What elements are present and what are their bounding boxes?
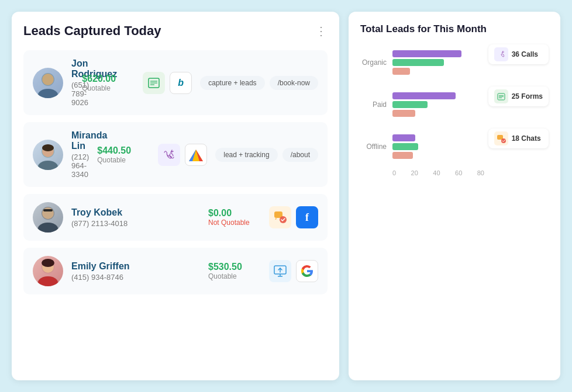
panel-header: Leads Captured Today ⋮ bbox=[23, 23, 328, 39]
lead-info-emily: Emily Griffen (415) 934-8746 bbox=[71, 261, 200, 282]
chart-label-paid: Paid bbox=[360, 100, 387, 109]
facebook-icon: f bbox=[296, 206, 318, 228]
form-icon bbox=[143, 72, 165, 94]
main-container: Leads Captured Today ⋮ Jon Rodriguez (65… bbox=[0, 0, 572, 392]
svg-point-3 bbox=[38, 89, 58, 98]
google-icon bbox=[296, 260, 318, 282]
bar-organic-green bbox=[392, 59, 444, 66]
bars-paid bbox=[392, 92, 484, 117]
forms-count: 25 Forms bbox=[512, 92, 543, 100]
lead-phone-jon: (651) 789-9026 bbox=[71, 81, 74, 107]
chat-icon bbox=[269, 206, 291, 228]
lead-info-troy: Troy Kobek (877) 2113-4018 bbox=[71, 207, 200, 228]
legend-calls: 36 Calls bbox=[488, 44, 549, 64]
lead-phone-emily: (415) 934-8746 bbox=[71, 273, 200, 282]
bars-organic bbox=[392, 50, 484, 75]
bar-offline-peach bbox=[392, 152, 413, 159]
lead-tags-miranda: lead + tracking /about bbox=[215, 148, 318, 162]
page-title: Leads Captured Today bbox=[23, 23, 161, 39]
chart-panel: Total Leads for This Month 36 Calls bbox=[349, 12, 560, 380]
x-label-80: 80 bbox=[477, 169, 484, 176]
screen-icon bbox=[269, 260, 291, 282]
lead-info-jon: Jon Rodriguez (651) 789-9026 bbox=[71, 58, 74, 107]
chart-row-organic: Organic bbox=[360, 50, 484, 75]
chart-row-paid: Paid bbox=[360, 92, 484, 117]
bar-paid-green bbox=[392, 101, 428, 108]
legend-forms: 25 Forms bbox=[488, 86, 549, 106]
chats-legend-icon bbox=[494, 131, 508, 145]
legend-chats: 18 Chats bbox=[488, 129, 549, 148]
adwords-icon bbox=[185, 144, 207, 166]
call-icon bbox=[158, 144, 180, 166]
lead-icons-troy: f bbox=[269, 206, 318, 228]
bar-paid-purple bbox=[392, 92, 456, 99]
svg-point-19 bbox=[38, 223, 58, 233]
svg-point-36 bbox=[501, 138, 506, 143]
lead-phone-miranda: (212) 964-3340 bbox=[71, 152, 89, 179]
x-label-20: 20 bbox=[411, 169, 418, 176]
leads-panel: Leads Captured Today ⋮ Jon Rodriguez (65… bbox=[12, 12, 339, 380]
svg-point-11 bbox=[38, 161, 58, 170]
avatar-troy bbox=[33, 202, 63, 233]
lead-info-miranda: Miranda Lin (212) 964-3340 bbox=[71, 130, 89, 179]
chats-count: 18 Chats bbox=[512, 134, 541, 143]
avatar-jon bbox=[33, 68, 63, 98]
bar-offline-purple bbox=[392, 134, 415, 141]
tag-leadtracking: lead + tracking bbox=[215, 148, 277, 162]
forms-legend-icon bbox=[494, 89, 508, 103]
calls-count: 36 Calls bbox=[512, 50, 538, 58]
svg-rect-35 bbox=[497, 135, 503, 140]
bing-icon: b bbox=[170, 72, 192, 94]
lead-phone-troy: (877) 2113-4018 bbox=[71, 219, 200, 228]
tag-about: /about bbox=[282, 148, 318, 162]
bars-offline bbox=[392, 134, 484, 159]
x-label-40: 40 bbox=[433, 169, 440, 176]
lead-amount-jon: $620.00 Quotable bbox=[82, 74, 135, 92]
chart-row-offline: Offline bbox=[360, 134, 484, 159]
svg-point-12 bbox=[42, 144, 54, 151]
lead-amount-emily: $530.50 Quotable bbox=[208, 262, 261, 280]
lead-name-miranda: Miranda Lin bbox=[71, 130, 89, 151]
chart-title: Total Leads for This Month bbox=[360, 23, 549, 35]
lead-name-emily: Emily Griffen bbox=[71, 261, 200, 272]
lead-name-troy: Troy Kobek bbox=[71, 207, 200, 218]
lead-amount-troy: $0.00 Not Quotable bbox=[208, 208, 261, 227]
tag-booknow: /book-now bbox=[270, 76, 318, 90]
svg-point-2 bbox=[42, 74, 54, 85]
tag-capture: capture + leads bbox=[200, 76, 264, 90]
svg-point-26 bbox=[38, 276, 58, 286]
chart-label-organic: Organic bbox=[360, 58, 387, 67]
bar-organic-purple bbox=[392, 50, 461, 57]
bar-paid-peach bbox=[392, 110, 415, 117]
lead-icons-jon: b bbox=[143, 72, 192, 94]
lead-icons-miranda bbox=[158, 144, 207, 166]
lead-amount-miranda: $440.50 Quotable bbox=[97, 145, 150, 164]
lead-tags-jon: capture + leads /book-now bbox=[200, 76, 318, 90]
svg-rect-20 bbox=[43, 209, 53, 211]
lead-card-troy: Troy Kobek (877) 2113-4018 $0.00 Not Quo… bbox=[23, 194, 328, 241]
svg-point-27 bbox=[42, 259, 54, 267]
lead-card-emily: Emily Griffen (415) 934-8746 $530.50 Quo… bbox=[23, 248, 328, 294]
lead-name-jon: Jon Rodriguez bbox=[71, 58, 74, 79]
bar-organic-peach bbox=[392, 68, 410, 75]
x-label-60: 60 bbox=[455, 169, 462, 176]
chart-label-offline: Offline bbox=[360, 143, 387, 151]
more-icon[interactable]: ⋮ bbox=[315, 24, 328, 38]
x-axis: 0 20 40 60 80 bbox=[360, 169, 484, 176]
lead-card-miranda: Miranda Lin (212) 964-3340 $440.50 Quota… bbox=[23, 122, 328, 187]
lead-icons-emily bbox=[269, 260, 318, 282]
bar-offline-green bbox=[392, 143, 418, 150]
calls-legend-icon bbox=[494, 47, 508, 61]
avatar-emily bbox=[33, 256, 63, 286]
x-label-0: 0 bbox=[392, 169, 396, 176]
avatar-miranda bbox=[33, 140, 63, 170]
lead-card-jon: Jon Rodriguez (651) 789-9026 $620.00 Quo… bbox=[23, 50, 328, 115]
